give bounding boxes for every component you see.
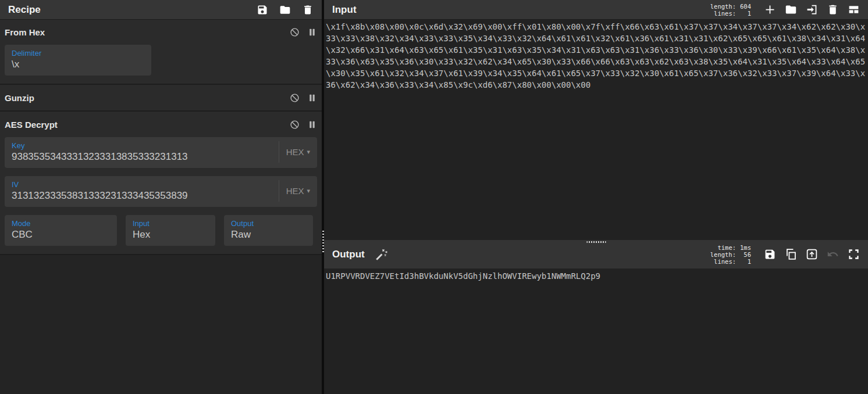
unit-label: HEX xyxy=(286,147,304,157)
field-value: 31313233353831333231333435353839 xyxy=(12,190,188,202)
operation-title: Gunzip xyxy=(5,93,34,103)
undo-button[interactable] xyxy=(827,248,839,260)
maximize-icon xyxy=(848,248,860,260)
operation-title: From Hex xyxy=(5,27,45,37)
field-label: Output xyxy=(231,219,254,228)
operation-header[interactable]: AES Decrypt xyxy=(5,112,317,137)
add-input-tab-button[interactable] xyxy=(764,3,776,16)
clear-recipe-button[interactable] xyxy=(302,4,314,16)
input-textarea[interactable]: \x1f\x8b\x08\x00\x0c\x6d\x32\x69\x00\xff… xyxy=(324,19,868,240)
folder-icon xyxy=(279,4,291,16)
disable-operation-button[interactable] xyxy=(290,27,300,37)
length-stat-value: 604 xyxy=(740,3,751,10)
io-panel: Input length: 604 lines: 1 \x1f\x8b xyxy=(324,0,868,394)
recipe-header: Recipe xyxy=(0,0,322,19)
operation-from-hex[interactable]: From Hex Delimiter \x xyxy=(0,19,322,85)
operation-gunzip[interactable]: Gunzip xyxy=(0,85,322,112)
breakpoint-button[interactable] xyxy=(307,93,317,103)
save-icon xyxy=(764,248,776,260)
input-stats: length: 604 lines: 1 xyxy=(710,3,751,17)
field-value: \x xyxy=(12,59,41,70)
recipe-drop-area[interactable] xyxy=(0,255,322,394)
length-stat-label: length: xyxy=(710,251,736,258)
length-stat-value: 56 xyxy=(740,251,751,258)
copy-output-button[interactable] xyxy=(785,248,797,260)
recipe-title: Recipe xyxy=(8,4,41,16)
horizontal-splitter[interactable] xyxy=(586,241,606,243)
output-type-select[interactable]: Output Raw xyxy=(224,215,313,246)
operation-header[interactable]: Gunzip xyxy=(5,85,317,110)
export-up-icon xyxy=(806,248,818,260)
key-type-dropdown[interactable]: HEX▾ xyxy=(279,141,310,163)
output-header: Output time: 1ms length: 56 lines: 1 xyxy=(324,240,868,268)
operation-header[interactable]: From Hex xyxy=(5,19,317,45)
field-label: IV xyxy=(12,180,188,189)
save-output-button[interactable] xyxy=(764,248,776,260)
layout-icon xyxy=(848,3,860,16)
magic-button[interactable] xyxy=(375,248,388,261)
replace-input-button[interactable] xyxy=(806,248,818,260)
time-stat-label: time: xyxy=(710,244,736,251)
input-type-select[interactable]: Input Hex xyxy=(126,215,215,246)
key-field[interactable]: Key 93835353433313233313835333231313 HEX… xyxy=(5,137,317,168)
input-title: Input xyxy=(332,4,357,16)
recipe-panel: Recipe From Hex xyxy=(0,0,322,394)
chevron-down-icon: ▾ xyxy=(307,148,310,156)
vertical-splitter[interactable] xyxy=(322,0,324,394)
time-stat-value: 1ms xyxy=(740,244,751,251)
lines-stat-label: lines: xyxy=(710,258,736,265)
save-recipe-button[interactable] xyxy=(257,4,268,16)
trash-icon xyxy=(302,4,314,16)
open-file-button[interactable] xyxy=(806,3,818,16)
operation-title: AES Decrypt xyxy=(5,120,58,130)
lines-stat-value: 1 xyxy=(740,258,751,265)
field-label: Mode xyxy=(12,219,33,228)
field-label: Key xyxy=(12,141,188,150)
output-stats: time: 1ms length: 56 lines: 1 xyxy=(710,244,751,265)
output-title: Output xyxy=(332,249,365,260)
disable-icon xyxy=(290,27,300,37)
folder-icon xyxy=(785,3,797,16)
lines-stat-label: lines: xyxy=(710,10,736,17)
load-recipe-button[interactable] xyxy=(279,4,291,16)
iv-type-dropdown[interactable]: HEX▾ xyxy=(279,180,310,202)
file-import-icon xyxy=(806,3,818,16)
pause-icon xyxy=(307,27,317,37)
reset-layout-button[interactable] xyxy=(848,3,860,16)
chevron-down-icon: ▾ xyxy=(307,187,310,195)
disable-operation-button[interactable] xyxy=(290,93,300,103)
field-label: Input xyxy=(133,219,150,228)
save-icon xyxy=(257,4,268,16)
lines-stat-value: 1 xyxy=(740,10,751,17)
breakpoint-button[interactable] xyxy=(307,120,317,130)
field-label: Delimiter xyxy=(12,49,41,58)
field-value: CBC xyxy=(12,229,33,241)
disable-icon xyxy=(290,93,300,103)
magic-wand-icon xyxy=(375,248,388,261)
pause-icon xyxy=(307,93,317,103)
breakpoint-button[interactable] xyxy=(307,27,317,37)
disable-operation-button[interactable] xyxy=(290,120,300,130)
delimiter-field[interactable]: Delimiter \x xyxy=(5,45,151,76)
copy-icon xyxy=(785,248,797,260)
operation-aes-decrypt[interactable]: AES Decrypt Key 938353534333132333138353… xyxy=(0,112,322,255)
trash-icon xyxy=(827,3,839,16)
undo-icon xyxy=(827,248,839,260)
plus-icon xyxy=(764,3,776,16)
unit-label: HEX xyxy=(286,186,304,196)
disable-icon xyxy=(290,120,300,130)
iv-field[interactable]: IV 31313233353831333231333435353839 HEX▾ xyxy=(5,176,317,207)
length-stat-label: length: xyxy=(710,3,736,10)
open-folder-button[interactable] xyxy=(785,3,797,16)
field-value: 93835353433313233313835333231313 xyxy=(12,151,188,163)
pause-icon xyxy=(307,120,317,130)
field-value: Raw xyxy=(231,229,254,241)
field-value: Hex xyxy=(133,229,150,241)
input-header: Input length: 604 lines: 1 xyxy=(324,0,868,19)
output-textarea[interactable]: U1RPVVRDVEZ7VEtId3hBVkduNkV5dGhjNzlhOWVI… xyxy=(324,268,868,394)
maximize-output-button[interactable] xyxy=(848,248,860,260)
mode-select[interactable]: Mode CBC xyxy=(5,215,117,246)
clear-io-button[interactable] xyxy=(827,3,839,16)
